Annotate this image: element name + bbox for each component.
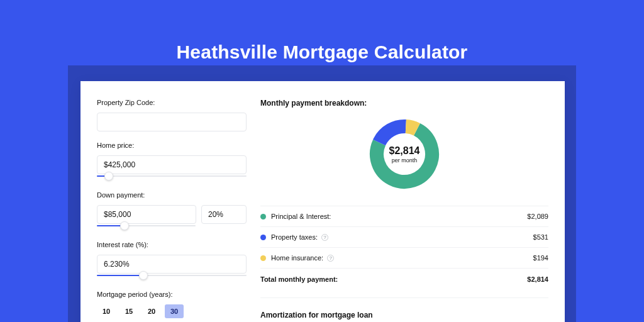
down-payment-amount-input[interactable]: [97, 205, 196, 224]
home-price-field-group: Home price:: [97, 142, 247, 179]
breakdown-row-principal: Principal & Interest: $2,089: [260, 206, 548, 226]
breakdown-title: Monthly payment breakdown:: [260, 99, 548, 108]
period-field-group: Mortgage period (years): 10 15 20 30: [97, 291, 247, 318]
donut-chart-wrap: $2,814 per month: [260, 116, 548, 192]
period-label: Mortgage period (years):: [97, 291, 247, 298]
home-price-label: Home price:: [97, 142, 247, 149]
period-buttons: 10 15 20 30: [97, 304, 247, 318]
slider-thumb[interactable]: [120, 221, 129, 230]
breakdown-value: $531: [533, 233, 548, 241]
interest-label: Interest rate (%):: [97, 241, 247, 248]
donut-center: $2,814 per month: [389, 145, 420, 164]
interest-field-group: Interest rate (%):: [97, 241, 247, 278]
slider-fill: [97, 275, 143, 276]
down-payment-field-group: Down payment:: [97, 191, 247, 228]
dot-icon: [260, 235, 266, 240]
page-title: Heathsville Mortgage Calculator: [0, 0, 644, 63]
breakdown-value: $194: [533, 254, 548, 262]
down-payment-slider[interactable]: [97, 223, 196, 228]
donut-value: $2,814: [389, 145, 420, 157]
breakdown-row-total: Total monthly payment: $2,814: [260, 268, 548, 290]
breakdown-label: Home insurance:: [271, 254, 323, 262]
period-button-30[interactable]: 30: [165, 304, 184, 318]
amortization-section: Amortization for mortgage loan Amortizat…: [260, 297, 548, 322]
help-icon[interactable]: ?: [321, 234, 328, 241]
breakdown-value: $2,089: [527, 213, 548, 220]
home-price-input[interactable]: [97, 155, 247, 174]
period-button-20[interactable]: 20: [142, 304, 161, 318]
down-payment-row: [97, 205, 247, 224]
period-button-15[interactable]: 15: [119, 304, 138, 318]
page-root: Heathsville Mortgage Calculator Property…: [0, 0, 644, 322]
dot-icon: [260, 214, 266, 219]
period-button-10[interactable]: 10: [97, 304, 116, 318]
interest-input[interactable]: [97, 255, 247, 274]
breakdown-total-value: $2,814: [527, 275, 548, 283]
interest-slider[interactable]: [97, 273, 247, 278]
donut-sub: per month: [389, 157, 420, 164]
zip-label: Property Zip Code:: [97, 99, 247, 106]
amortization-title: Amortization for mortgage loan: [260, 311, 548, 319]
panel-inner: Property Zip Code: Home price: Down paym…: [80, 81, 565, 322]
zip-input[interactable]: [97, 113, 247, 131]
help-icon[interactable]: ?: [327, 255, 334, 262]
slider-thumb[interactable]: [139, 271, 148, 280]
dot-icon: [260, 255, 266, 261]
form-column: Property Zip Code: Home price: Down paym…: [97, 99, 247, 322]
down-payment-label: Down payment:: [97, 191, 247, 199]
breakdown-row-taxes: Property taxes: ? $531: [260, 226, 548, 247]
down-payment-pct-input[interactable]: [201, 205, 247, 224]
zip-field-group: Property Zip Code:: [97, 99, 247, 131]
slider-track: [97, 175, 247, 177]
breakdown-label: Principal & Interest:: [271, 213, 331, 220]
breakdown-total-label: Total monthly payment:: [260, 275, 338, 283]
breakdown-column: Monthly payment breakdown: $2,814: [260, 99, 548, 322]
calculator-panel: Property Zip Code: Home price: Down paym…: [80, 81, 565, 322]
donut-chart: $2,814 per month: [367, 116, 442, 192]
home-price-slider[interactable]: [97, 174, 247, 179]
breakdown-row-insurance: Home insurance: ? $194: [260, 247, 548, 268]
breakdown-label: Property taxes:: [271, 233, 318, 241]
slider-thumb[interactable]: [104, 172, 113, 180]
